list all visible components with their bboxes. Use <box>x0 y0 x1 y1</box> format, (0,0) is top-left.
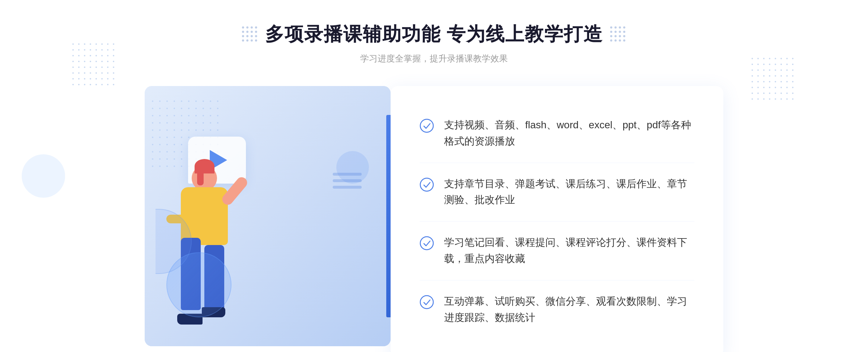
feature-item-2: 支持章节目录、弹题考试、课后练习、课后作业、章节测验、批改作业 <box>420 163 694 222</box>
left-illustration-panel: document.currentScript.insertAdjacentHTM… <box>145 86 391 346</box>
bg-circle-decoration <box>22 154 65 198</box>
line-dec-2 <box>333 179 362 182</box>
header-section: document.currentScript.insertAdjacentHTM… <box>242 22 626 64</box>
content-area: document.currentScript.insertAdjacentHTM… <box>145 86 723 352</box>
feature-item-3: 学习笔记回看、课程提问、课程评论打分、课件资料下载，重点内容收藏 <box>420 222 694 280</box>
bg-dots-top-right: document.currentScript.insertAdjacentHTM… <box>752 58 796 102</box>
main-title: 多项录播课辅助功能 专为线上教学打造 <box>265 22 603 47</box>
feature-item-1: 支持视频、音频、flash、word、excel、ppt、pdf等各种格式的资源… <box>420 104 694 163</box>
svg-point-0 <box>420 119 433 132</box>
header-decorators: document.currentScript.insertAdjacentHTM… <box>242 22 626 47</box>
check-icon-3 <box>420 236 434 250</box>
feature-text-3: 学习笔记回看、课程提问、课程评论打分、课件资料下载，重点内容收藏 <box>444 235 694 267</box>
right-feature-panel: 支持视频、音频、flash、word、excel、ppt、pdf等各种格式的资源… <box>391 86 723 352</box>
svg-point-1 <box>420 178 433 191</box>
right-grid-decorator: document.currentScript.insertAdjacentHTM… <box>610 26 626 42</box>
svg-point-3 <box>420 296 433 309</box>
lines-decoration <box>333 173 362 189</box>
feature-text-4: 互动弹幕、试听购买、微信分享、观看次数限制、学习进度跟踪、数据统计 <box>444 293 694 326</box>
check-icon-4 <box>420 295 434 309</box>
left-grid-decorator: document.currentScript.insertAdjacentHTM… <box>242 26 258 42</box>
feature-text-1: 支持视频、音频、flash、word、excel、ppt、pdf等各种格式的资源… <box>444 117 694 150</box>
page-wrapper: document.currentScript.insertAdjacentHTM… <box>0 0 868 352</box>
line-dec-1 <box>333 173 362 176</box>
blue-accent-bar <box>386 115 391 317</box>
person-ponytail <box>197 166 204 185</box>
bg-dots-top-left: document.currentScript.insertAdjacentHTM… <box>72 43 116 87</box>
check-icon-2 <box>420 177 434 192</box>
feature-item-4: 互动弹幕、试听购买、微信分享、观看次数限制、学习进度跟踪、数据统计 <box>420 280 694 339</box>
svg-point-2 <box>420 237 433 250</box>
check-icon-1 <box>420 119 434 133</box>
line-dec-3 <box>333 186 362 189</box>
feature-text-2: 支持章节目录、弹题考试、课后练习、课后作业、章节测验、批改作业 <box>444 176 694 209</box>
sub-title: 学习进度全掌握，提升录播课教学效果 <box>242 53 626 64</box>
left-panel-inner: document.currentScript.insertAdjacentHTM… <box>145 86 391 346</box>
